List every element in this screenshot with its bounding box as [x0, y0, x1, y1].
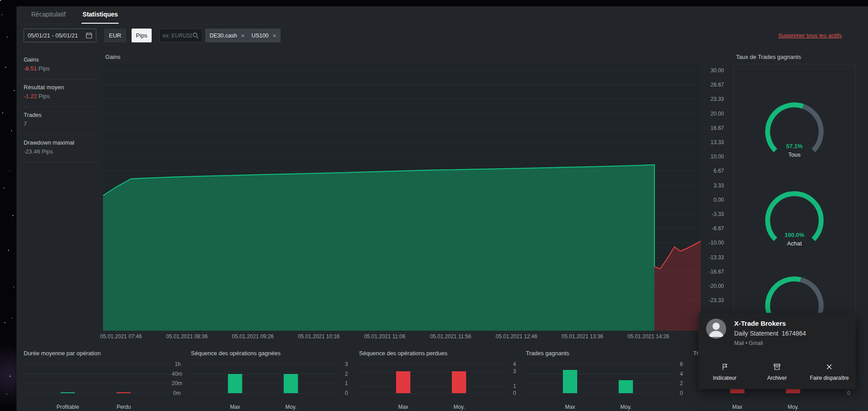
- y-axis-label: 13.33: [703, 139, 724, 145]
- flag-icon: [721, 363, 729, 371]
- win-rate-title: Taux de Trades gagnants: [736, 54, 801, 60]
- gridline: [359, 371, 506, 372]
- close-icon: [825, 363, 833, 371]
- y-axis-label: 6.67: [703, 168, 724, 174]
- mini-y-label: 6: [674, 361, 683, 367]
- gridline: [693, 393, 840, 394]
- gridline: [526, 374, 673, 374]
- x-axis-label: 05.01.2021 11:56: [424, 333, 477, 340]
- date-range-value: 05/01/21 - 05/01/21: [28, 32, 78, 39]
- bar: [396, 371, 410, 393]
- stat-resultat-moyen: Résultat moyen -1.22 Pips: [24, 79, 98, 107]
- stat-unit: Pips: [38, 65, 50, 72]
- search-icon: [192, 32, 199, 39]
- mini-chart-title: Séquence des opérations perdues: [359, 350, 516, 357]
- y-axis-label: 0.00: [703, 197, 724, 203]
- mini-x-label: Moy.: [437, 404, 481, 410]
- gridline: [24, 374, 171, 374]
- remove-all-assets-link[interactable]: Supprimer tous les actifs: [778, 32, 842, 39]
- stat-label: Résultat moyen: [24, 84, 98, 91]
- mini-chart-plot: 4310: [359, 364, 506, 393]
- gauge-label: Tous: [761, 151, 828, 158]
- gains-area-chart: 30.0026.6723.3320.0016.6713.3310.006.673…: [103, 64, 701, 331]
- gridline: [24, 364, 171, 365]
- bar: [452, 371, 466, 393]
- stat-gains: Gains -8.51 Pips: [24, 56, 98, 79]
- action-dismiss-button[interactable]: Faire disparaître: [803, 362, 856, 381]
- gauge-percent: 57.1%: [761, 143, 828, 149]
- stat-label: Trades: [24, 112, 98, 118]
- win-rate-panel: 57.1%Tous100.0%Achat: [733, 64, 856, 338]
- date-range-input[interactable]: 05/01/21 - 05/01/21: [24, 29, 96, 42]
- mini-x-label: Profitable: [45, 404, 90, 410]
- y-axis-label: 16.67: [703, 125, 724, 131]
- tab-bar: Récapitulatif Statistiques: [17, 6, 868, 24]
- stats-summary: Gains -8.51 Pips Résultat moyen -1.22 Pi…: [24, 56, 98, 162]
- mini-y-label: 0: [674, 390, 683, 396]
- calendar-icon: [86, 32, 92, 39]
- y-axis-label: 30.00: [703, 67, 724, 74]
- y-axis-label: 26.67: [703, 82, 724, 88]
- mini-y-label: 4: [507, 361, 516, 367]
- mini-chart-title: Séquence des opérations gagnées: [191, 350, 348, 357]
- mini-chart-plot: 3210: [191, 364, 338, 393]
- mini-chart: Séquence des opérations perdues4310MaxMo…: [359, 350, 516, 411]
- x-axis-label: 05.01.2021 11:06: [358, 333, 411, 340]
- stat-value: -23.46: [24, 148, 40, 155]
- bar: [563, 370, 577, 393]
- remove-chip-icon[interactable]: ×: [241, 33, 244, 39]
- mini-x-label: Max: [715, 404, 760, 410]
- asset-chip-de30cash[interactable]: DE30.cash ×: [205, 29, 249, 42]
- notification-toast[interactable]: X-Trade Brokers Daily Statement 1674864 …: [699, 313, 856, 389]
- y-axis-label: 10.00: [703, 154, 724, 160]
- gridline: [191, 383, 338, 384]
- stat-unit: Pips: [38, 93, 50, 100]
- tab-statistiques[interactable]: Statistiques: [82, 10, 119, 24]
- action-label: Archiver: [751, 375, 803, 381]
- gridline: [191, 374, 338, 374]
- y-axis-label: -16.67: [703, 269, 724, 275]
- mini-chart: Trades gagnants6420MaxMoy.: [526, 350, 683, 411]
- notification-actions: Indicateur Archiver: [699, 362, 856, 381]
- x-axis-label: 05.01.2021 10:16: [292, 333, 346, 340]
- gridline: [24, 393, 171, 394]
- bar: [284, 374, 298, 393]
- person-icon: [706, 319, 726, 339]
- action-archiver-button[interactable]: Archiver: [751, 362, 803, 381]
- mini-x-label: Max: [548, 404, 592, 410]
- gridline: [526, 383, 673, 384]
- notification-source: Mail • Gmail: [734, 340, 763, 346]
- gridline: [359, 364, 506, 365]
- filter-bar: 05/01/21 - 05/01/21 EUR Pips: [17, 29, 868, 44]
- y-axis-label: 23.33: [703, 96, 724, 102]
- mini-y-label: 0: [841, 390, 850, 396]
- gridline: [526, 364, 673, 365]
- tab-recapitulatif[interactable]: Récapitulatif: [30, 10, 66, 24]
- currency-eur-button[interactable]: EUR: [104, 29, 126, 42]
- unit-pips-button[interactable]: Pips: [132, 29, 152, 42]
- x-axis-label: 05.01.2021 07:46: [94, 333, 148, 340]
- mini-y-label: 3: [507, 368, 516, 374]
- mini-x-label: Max: [381, 404, 426, 410]
- main-chart-title: Gains: [105, 54, 120, 60]
- win-rate-gauge: 100.0%Achat: [761, 187, 828, 254]
- mini-y-label: 40m: [172, 371, 181, 377]
- gridline: [526, 393, 673, 394]
- gains-chart-plot: [103, 64, 701, 331]
- gauge-label: Achat: [761, 240, 828, 247]
- action-indicateur-button[interactable]: Indicateur: [699, 362, 751, 381]
- mini-y-label: 3: [339, 361, 348, 367]
- archive-icon: [773, 363, 781, 371]
- remove-chip-icon[interactable]: ×: [273, 33, 276, 39]
- gridline: [24, 383, 171, 384]
- y-axis-label: -23.33: [703, 297, 724, 303]
- mini-y-label: 1: [339, 380, 348, 386]
- gridline: [359, 393, 506, 394]
- gridline: [191, 393, 338, 394]
- asset-chip-us100[interactable]: US100 ×: [247, 29, 281, 42]
- symbol-search: [159, 29, 203, 42]
- stat-drawdown-maximal: Drawdown maximal -23.46 Pips: [24, 135, 98, 162]
- symbol-search-input[interactable]: [163, 33, 192, 39]
- desktop-wallpaper: [0, 0, 17, 411]
- y-axis-label: -6.67: [703, 225, 724, 232]
